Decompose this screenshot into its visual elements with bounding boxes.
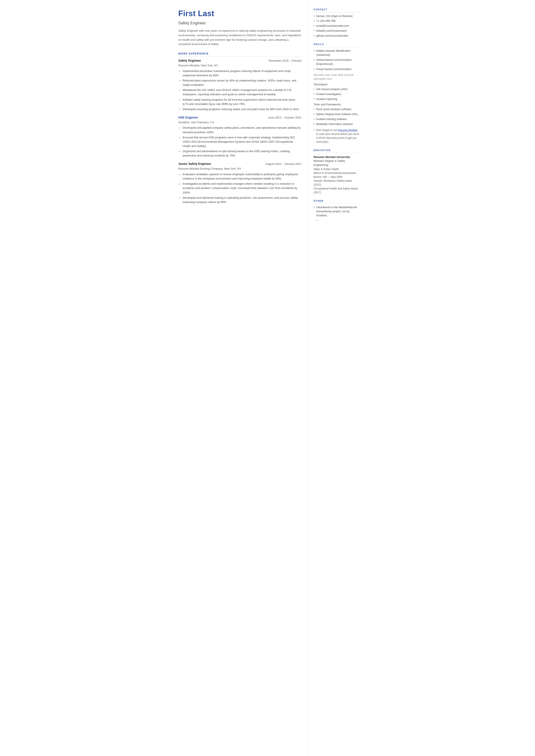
job-company-1: Resume Worded, New York, NY	[179, 63, 301, 68]
bullet-3-3: Developed and delivered training in oper…	[179, 196, 301, 204]
skill-item-2: Verbal hazard communication (Experienced…	[314, 58, 360, 66]
job-bullets-1: Implemented preventive maintenance progr…	[179, 69, 301, 111]
job-title-1: Safety Engineer	[179, 58, 201, 63]
contact-item-phone: +1-234-456-789	[314, 19, 360, 23]
job-dates-1: November 2015 – Present	[269, 59, 301, 63]
other-item-1: Volunteered in the Waste4Warmth humanita…	[314, 205, 360, 217]
technique-3: Incident reporting.	[314, 97, 360, 101]
job-company-3: Resume Worded Exciting Company, New York…	[179, 167, 301, 171]
other-section: OTHER Volunteered in the Waste4Warmth hu…	[314, 199, 360, 222]
resume-worded-link[interactable]: Resume Worded	[338, 129, 357, 132]
edu-location-date: Boston, MA — May 2009	[314, 175, 360, 179]
contact-title: CONTACT	[314, 8, 360, 13]
candidate-summary: Safety Engineer with nine years of exper…	[179, 29, 301, 46]
job-block-1: Safety Engineer November 2015 – Present …	[179, 58, 301, 111]
tool-2: Safety integrity level software (SIL).	[314, 112, 360, 116]
bullet-1-2: Reduced plant ergonomics issues by 40% b…	[179, 78, 301, 87]
job-title-3: Junior Safety Engineer	[179, 162, 211, 166]
contact-item-github: github.com/resumeworded	[314, 34, 360, 38]
contact-section: CONTACT Denver, OH (Open to Remote) +1-2…	[314, 8, 360, 38]
education-title: EDUCATION	[314, 149, 360, 153]
job-company-2: Growthsi, San Francisco, CA	[179, 120, 301, 125]
skill-item-1: Hidden hazards identification (Advanced)…	[314, 49, 360, 57]
tool-4: Reliability information software.	[314, 122, 360, 126]
edu-award-1: Awards: Workplace Safety Award (2012).	[314, 179, 360, 187]
techniques-label: Techniques:	[314, 83, 360, 87]
skills-section: SKILLS Hidden hazards identification (Ad…	[314, 42, 360, 144]
tools-label: Tools and Frameworks:	[314, 102, 360, 107]
job-header-3: Junior Safety Engineer August 2010 – Jan…	[179, 162, 301, 166]
skills-title: SKILLS	[314, 42, 360, 47]
edu-minor: Minors in Environmental Assessment.	[314, 171, 360, 175]
contact-item-location: Denver, OH (Open to Remote)	[314, 14, 360, 18]
main-skills-list: Hidden hazards identification (Advanced)…	[314, 49, 360, 71]
left-column: First Last Safety Engineer Safety Engine…	[171, 0, 309, 756]
education-section: EDUCATION Resume Worded University Bache…	[314, 149, 360, 194]
tool-3: Incident tracking software.	[314, 117, 360, 121]
bullet-1-5: Developed recycling programs reducing wa…	[179, 107, 301, 111]
edu-school: Resume Worded University	[314, 155, 360, 159]
job-header-2: HSE Engineer June 2013 – October 2015	[179, 115, 301, 120]
job-bullets-3: Evaluated ventilation systems to lessen …	[179, 172, 301, 204]
bullet-1-1: Implemented preventive maintenance progr…	[179, 69, 301, 78]
edu-major: Major in Public Health.	[314, 167, 360, 171]
edu-award-2: Occupational Health and Safety Award (20…	[314, 187, 360, 194]
contact-list: Denver, OH (Open to Remote) +1-234-456-7…	[314, 14, 360, 38]
bullet-3-1: Evaluated ventilation systems to lessen …	[179, 172, 301, 181]
right-column: CONTACT Denver, OH (Open to Remote) +1-2…	[309, 0, 365, 756]
work-experience-title: WORK EXPERIENCE	[179, 52, 301, 57]
job-title-2: HSE Engineer	[179, 115, 198, 120]
technique-1: Job hazard analysis (JHA)	[314, 87, 360, 91]
technique-2: Incident investigation.	[314, 92, 360, 96]
work-experience-section: WORK EXPERIENCE Safety Engineer November…	[179, 52, 301, 204]
contact-item-linkedin: linkedin.com/in/username	[314, 29, 360, 33]
contact-item-email: email@resumeworded.com	[314, 24, 360, 28]
tool-1: Root cause analysis software.	[314, 107, 360, 111]
edu-block: Resume Worded University Bachelor Degree…	[314, 155, 360, 194]
resume-worded-note: Don't forget to use Resume Worded to sca…	[314, 128, 360, 144]
tools-list: Root cause analysis software. Safety int…	[314, 107, 360, 126]
techniques-list: Job hazard analysis (JHA) Incident inves…	[314, 87, 360, 101]
job-bullets-2: Developed and applied company safety pla…	[179, 126, 301, 158]
other-dot: •	[314, 218, 360, 222]
job-block-3: Junior Safety Engineer August 2010 – Jan…	[179, 162, 301, 204]
name-title-block: First Last Safety Engineer	[179, 8, 301, 26]
job-block-2: HSE Engineer June 2013 – October 2015 Gr…	[179, 115, 301, 158]
bullet-1-3: Maintained the ISO 14001 and OHSAS 18001…	[179, 88, 301, 97]
skill-item-3: Visual hazard communication.	[314, 67, 360, 71]
bullet-2-1: Developed and applied company safety pla…	[179, 126, 301, 134]
other-list: Volunteered in the Waste4Warmth humanita…	[314, 205, 360, 217]
bullet-1-4: Initiated safety training programs for a…	[179, 98, 301, 106]
recruiter-note: Recruiter note: enter skills from job de…	[314, 73, 360, 81]
job-dates-2: June 2013 – October 2015	[268, 116, 301, 120]
bullet-3-2: Investigated accidents and implemented c…	[179, 182, 301, 195]
bullet-2-2: Ensured that annual HSE programs were in…	[179, 135, 301, 148]
job-header-1: Safety Engineer November 2015 – Present	[179, 58, 301, 63]
edu-degree: Bachelor Degree in Safety Engineering.	[314, 159, 360, 167]
other-title: OTHER	[314, 199, 360, 204]
candidate-title: Safety Engineer	[179, 20, 301, 26]
candidate-name: First Last	[179, 8, 301, 19]
page: First Last Safety Engineer Safety Engine…	[171, 0, 365, 756]
job-dates-3: August 2010 – January 2013	[266, 162, 301, 166]
bullet-2-3: Organized and administered on-job traini…	[179, 149, 301, 158]
